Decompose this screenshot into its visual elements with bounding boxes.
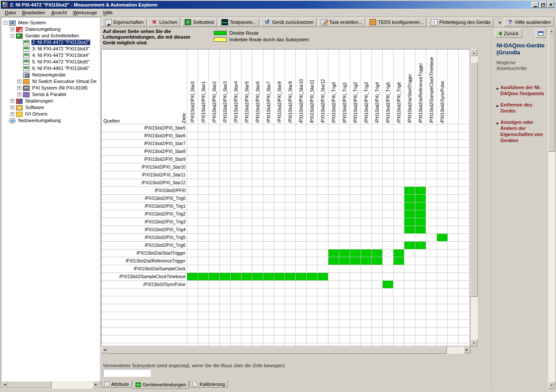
matrix-cell[interactable] — [242, 320, 252, 328]
matrix-cell[interactable] — [372, 195, 383, 203]
toolbar-overflow-chevron[interactable]: » — [497, 20, 503, 25]
matrix-cell[interactable] — [220, 304, 231, 312]
matrix-cell[interactable] — [274, 312, 285, 320]
matrix-cell[interactable] — [296, 124, 307, 132]
matrix-cell[interactable] — [318, 163, 328, 171]
matrix-cell[interactable] — [426, 336, 437, 343]
matrix-cell[interactable] — [274, 210, 285, 218]
matrix-cell[interactable] — [242, 187, 252, 195]
matrix-cell[interactable] — [426, 171, 437, 179]
matrix-cell[interactable] — [296, 257, 307, 265]
matrix-cell[interactable] — [231, 234, 242, 242]
matrix-cell[interactable] — [339, 226, 350, 234]
scroll-left-button[interactable]: ◀ — [1, 381, 8, 388]
matrix-cell[interactable] — [437, 218, 448, 226]
matrix-cell[interactable] — [296, 171, 307, 179]
matrix-cell[interactable] — [220, 210, 231, 218]
matrix-cell[interactable] — [263, 304, 274, 312]
matrix-cell[interactable] — [231, 296, 242, 304]
matrix-cell[interactable] — [339, 343, 350, 346]
matrix-cell[interactable] — [372, 281, 383, 289]
matrix-cell[interactable] — [274, 226, 285, 234]
matrix-cell[interactable] — [209, 156, 220, 163]
matrix-cell[interactable] — [209, 304, 220, 312]
matrix-cell[interactable] — [404, 203, 415, 210]
matrix-cell[interactable] — [209, 140, 220, 148]
matrix-cell[interactable] — [437, 265, 448, 273]
matrix-cell[interactable] — [231, 265, 242, 273]
matrix-cell[interactable] — [459, 265, 470, 273]
matrix-cell[interactable] — [285, 265, 296, 273]
scroll-thumb[interactable] — [548, 34, 555, 152]
matrix-cell[interactable] — [426, 148, 437, 156]
matrix-cell[interactable] — [307, 304, 318, 312]
matrix-cell[interactable] — [459, 336, 470, 343]
matrix-cell[interactable] — [285, 281, 296, 289]
matrix-cell[interactable] — [394, 265, 404, 273]
matrix-cell[interactable] — [350, 265, 361, 273]
matrix-cell[interactable] — [187, 226, 198, 234]
matrix-cell[interactable] — [209, 328, 220, 336]
matrix-cell[interactable] — [296, 148, 307, 156]
matrix-cell[interactable] — [404, 336, 415, 343]
matrix-cell[interactable] — [318, 234, 328, 242]
tree-item-5-ni-pxi-4472-pxi1slot5[interactable]: 5: NI PXI-4472 "PXI1Slot5" — [2, 59, 99, 65]
matrix-cell[interactable] — [448, 328, 459, 336]
matrix-cell[interactable] — [394, 140, 404, 148]
matrix-cell[interactable] — [220, 124, 231, 132]
matrix-cell[interactable] — [318, 273, 328, 281]
menu-item-werkzeuge[interactable]: Werkzeuge — [70, 9, 100, 16]
matrix-cell[interactable] — [459, 140, 470, 148]
matrix-cell[interactable] — [274, 304, 285, 312]
matrix-cell[interactable] — [361, 265, 372, 273]
matrix-cell[interactable] — [209, 273, 220, 281]
matrix-cell[interactable] — [296, 140, 307, 148]
matrix-cell[interactable] — [437, 343, 448, 346]
matrix-cell[interactable] — [328, 249, 339, 257]
matrix-cell[interactable] — [263, 336, 274, 343]
matrix-cell[interactable] — [220, 171, 231, 179]
matrix-cell[interactable] — [415, 179, 426, 187]
matrix-cell[interactable] — [285, 273, 296, 281]
matrix-cell[interactable] — [459, 304, 470, 312]
matrix-cell[interactable] — [339, 281, 350, 289]
matrix-cell[interactable] — [296, 281, 307, 289]
matrix-cell[interactable] — [328, 203, 339, 210]
matrix-cell[interactable] — [361, 273, 372, 281]
matrix-cell[interactable] — [187, 140, 198, 148]
matrix-cell[interactable] — [372, 187, 383, 195]
matrix-cell[interactable] — [242, 242, 252, 249]
matrix-cell[interactable] — [263, 171, 274, 179]
matrix-cell[interactable] — [404, 132, 415, 140]
scroll-up-button[interactable]: ▲ — [470, 49, 477, 56]
matrix-cell[interactable] — [198, 132, 209, 140]
matrix-cell[interactable] — [231, 187, 242, 195]
matrix-cell[interactable] — [459, 320, 470, 328]
matrix-cell[interactable] — [285, 312, 296, 320]
tree-item-6-ni-pxi-4461-pxi1slot6[interactable]: 6: NI PXI-4461 "PXI1Slot6" — [2, 65, 99, 72]
matrix-cell[interactable] — [459, 156, 470, 163]
matrix-cell[interactable] — [318, 249, 328, 257]
matrix-cell[interactable] — [448, 265, 459, 273]
matrix-cell[interactable] — [415, 163, 426, 171]
matrix-cell[interactable] — [307, 218, 318, 226]
matrix-cell[interactable] — [220, 242, 231, 249]
matrix-cell[interactable] — [459, 210, 470, 218]
matrix-cell[interactable] — [187, 203, 198, 210]
matrix-cell[interactable] — [448, 210, 459, 218]
matrix-cell[interactable] — [198, 226, 209, 234]
matrix-cell[interactable] — [307, 203, 318, 210]
matrix-cell[interactable] — [328, 265, 339, 273]
matrix-cell[interactable] — [242, 265, 252, 273]
matrix-cell[interactable] — [231, 226, 242, 234]
matrix-cell[interactable] — [263, 124, 274, 132]
matrix-cell[interactable] — [339, 171, 350, 179]
matrix-cell[interactable] — [426, 265, 437, 273]
matrix-cell[interactable] — [415, 257, 426, 265]
matrix-cell[interactable] — [448, 140, 459, 148]
matrix-cell[interactable] — [220, 281, 231, 289]
matrix-cell[interactable] — [242, 132, 252, 140]
scroll-track[interactable] — [470, 56, 478, 339]
matrix-cell[interactable] — [231, 132, 242, 140]
matrix-cell[interactable] — [404, 312, 415, 320]
